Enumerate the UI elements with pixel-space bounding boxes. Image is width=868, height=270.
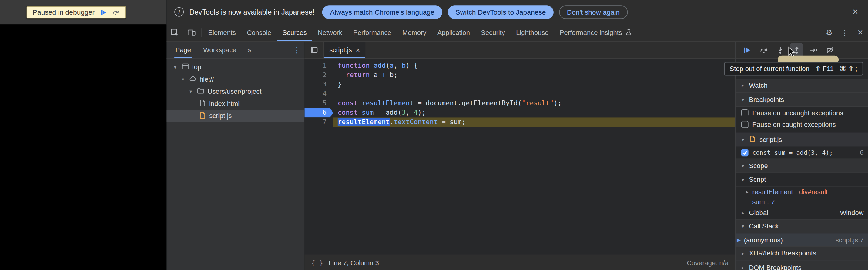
expand-arrow-icon[interactable]: ▾ [172,64,178,70]
expand-arrow-icon[interactable]: ▾ [188,89,194,94]
js-file-icon [749,135,756,144]
tree-item-script-js[interactable]: script.js [167,110,304,122]
line-number[interactable]: 4 [304,89,333,98]
section-watch[interactable]: ▸ Watch [736,79,868,93]
editor-pane: script.js × 1 function add(a, b) { 2 ret… [304,41,735,270]
tab-network[interactable]: Network [312,24,348,41]
tree-item-index-html[interactable]: index.html [167,98,304,110]
expand-arrow-icon[interactable]: ▾ [740,177,745,182]
deactivate-breakpoints-icon[interactable] [823,43,836,57]
step-over-icon[interactable] [757,43,770,57]
collapse-arrow-icon[interactable]: ▸ [740,265,745,270]
tab-application[interactable]: Application [432,24,475,41]
more-tabs-icon[interactable]: » [247,41,251,58]
line-number[interactable]: 7 [304,117,333,127]
device-toolbar-icon[interactable] [183,24,200,41]
breakpoint-file-group[interactable]: ▾ script.js [736,132,868,147]
step-out-tooltip: Step out of current function - ⇧ F11 - ⌘… [724,62,863,76]
expand-arrow-icon[interactable]: ▾ [740,163,745,169]
resume-script-icon[interactable] [99,8,107,16]
folder-icon [196,87,205,96]
editor-tab-label: script.js [329,46,352,54]
pause-uncaught-exceptions-row[interactable]: Pause on uncaught exceptions [736,107,868,119]
notification-close-icon[interactable]: × [850,7,861,17]
collapse-arrow-icon[interactable]: ▸ [740,210,745,216]
section-title: Call Stack [749,222,779,230]
line-number[interactable]: 2 [304,70,333,80]
navigator-toggle-icon[interactable] [304,41,324,58]
devtools-close-icon[interactable]: × [852,24,868,41]
expand-arrow-icon[interactable]: ▾ [740,97,745,102]
step-into-icon[interactable] [773,43,787,57]
navigator-tab-page[interactable]: Page [174,41,192,58]
tab-memory[interactable]: Memory [397,24,432,41]
code-line-2: 2 return a + b; [304,70,735,80]
dont-show-again-button[interactable]: Don't show again [559,5,627,19]
language-notification-bar: i DevTools is now available in Japanese!… [167,0,868,24]
variable-name: sum [752,198,765,206]
frame-name: (anonymous) [744,236,783,244]
page-topbar: Paused in debugger [0,0,167,24]
line-number[interactable]: 5 [304,98,333,108]
tab-sources[interactable]: Sources [277,24,312,41]
inspect-element-icon[interactable] [167,24,183,41]
navigator-header: Page Workspace » ⋮ [167,41,304,59]
checkbox-unchecked[interactable] [741,121,748,128]
code-editor[interactable]: 1 function add(a, b) { 2 return a + b; 3… [304,59,735,254]
tab-performance[interactable]: Performance [348,24,397,41]
scope-var-sum[interactable]: sum: 7 [736,197,868,207]
step-icon[interactable] [806,43,820,57]
tab-lighthouse[interactable]: Lighthouse [510,24,554,41]
section-breakpoints[interactable]: ▾ Breakpoints [736,92,868,107]
tab-close-icon[interactable]: × [355,46,360,54]
section-call-stack[interactable]: ▾ Call Stack [736,219,868,234]
pretty-print-icon[interactable]: { } [311,259,323,267]
line-number[interactable]: 1 [304,61,333,70]
tree-item-label: script.js [209,112,231,120]
code-line-5: 5 const resultElement = document.getElem… [304,98,735,108]
resume-icon[interactable] [740,43,753,57]
section-scope[interactable]: ▾ Scope [736,159,868,173]
call-stack-frame[interactable]: ▶ (anonymous) script.js:7 [736,233,868,246]
breakpoint-marker[interactable]: 6 [304,108,333,117]
pause-caught-exceptions-row[interactable]: Pause on caught exceptions [736,119,868,130]
navigator-menu-kebab-icon[interactable]: ⋮ [289,41,304,58]
editor-tab-script-js[interactable]: script.js × [324,41,365,58]
switch-japanese-button[interactable]: Switch DevTools to Japanese [448,5,554,19]
devtools-window: i DevTools is now available in Japanese!… [167,0,868,270]
section-dom-breakpoints[interactable]: ▸ DOM Breakpoints [736,261,868,270]
collapse-arrow-icon[interactable]: ▸ [740,250,745,256]
checkbox-unchecked[interactable] [741,109,748,117]
tab-elements[interactable]: Elements [203,24,241,41]
scope-group-label: Script [749,176,766,183]
scope-global-group[interactable]: ▸ Global Window [736,207,868,219]
breakpoint-entry[interactable]: const sum = add(3, 4); 6 [736,146,868,158]
expand-arrow-icon[interactable]: ▾ [740,223,745,229]
step-over-script-icon[interactable] [112,8,120,16]
frame-location: script.js:7 [836,236,864,244]
expand-arrow-icon[interactable]: ▾ [180,77,186,82]
scope-script-group[interactable]: ▾ Script [736,173,868,187]
section-title: Scope [749,162,768,170]
collapse-arrow-icon[interactable]: ▸ [740,83,745,88]
collapse-arrow-icon[interactable]: ▸ [745,189,750,194]
tree-item-project-folder[interactable]: ▾ Users/user/project [167,85,304,97]
breakpoint-file-label: script.js [760,136,782,144]
tree-item-file-scheme[interactable]: ▾ file:// [167,73,304,85]
tree-item-top[interactable]: ▾ top [167,61,304,73]
match-language-button[interactable]: Always match Chrome's language [322,5,442,19]
expand-arrow-icon[interactable]: ▾ [740,137,745,142]
tab-performance-insights[interactable]: Performance insights [554,24,638,41]
tab-security[interactable]: Security [475,24,510,41]
mouse-cursor [788,47,796,59]
editor-statusbar: { } Line 7, Column 3 Coverage: n/a [304,254,735,270]
navigator-tab-workspace[interactable]: Workspace [202,41,238,58]
checkbox-checked[interactable] [741,149,748,156]
frame-icon [181,62,189,72]
section-xhr-breakpoints[interactable]: ▸ XHR/fetch Breakpoints [736,246,868,261]
settings-gear-icon[interactable]: ⚙ [822,24,837,41]
scope-var-resultelement[interactable]: ▸ resultElement: div#result [736,187,868,197]
tab-console[interactable]: Console [241,24,277,41]
devtools-menu-kebab-icon[interactable]: ⋮ [837,24,852,41]
line-number[interactable]: 3 [304,80,333,89]
